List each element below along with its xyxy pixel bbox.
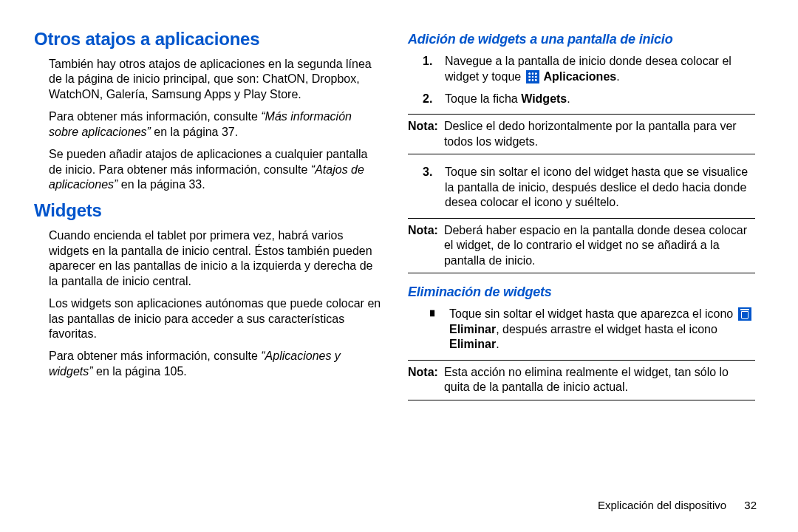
label-widgets: Widgets xyxy=(521,92,567,105)
heading-otros-atajos: Otros atajos a aplicaciones xyxy=(34,28,381,51)
para-widgets-intro: Cuando encienda el tablet por primera ve… xyxy=(49,228,381,289)
para-ref-atajos: Se pueden añadir atajos de aplicaciones … xyxy=(49,147,381,192)
para-otros-intro: También hay otros atajos de aplicaciones… xyxy=(49,57,381,102)
page-footer: Explicación del dispositivo 32 xyxy=(598,499,757,511)
note-1: Nota: Deslice el dedo horizontalmente po… xyxy=(408,114,755,154)
text: . xyxy=(567,92,570,105)
page: Otros atajos a aplicaciones También hay … xyxy=(0,0,798,532)
para-ref-apps-widgets: Para obtener más información, consulte “… xyxy=(49,349,381,379)
note-label: Nota: xyxy=(408,223,438,268)
text: Para obtener más información, consulte xyxy=(49,110,261,123)
label-eliminar: Eliminar xyxy=(449,323,496,335)
text: en la página 37. xyxy=(151,126,238,138)
bullet-body: Toque sin soltar el widget hasta que apa… xyxy=(449,307,755,352)
text: . xyxy=(496,338,499,350)
step-body: Navegue a la pantalla de inicio donde de… xyxy=(445,54,755,84)
heading-eliminacion-widgets: Eliminación de widgets xyxy=(408,284,755,301)
trash-icon xyxy=(738,307,751,321)
step-3: 3. Toque sin soltar el icono del widget … xyxy=(423,165,755,210)
text: . xyxy=(616,70,619,83)
step-2: 2. Toque la ficha Widgets. xyxy=(423,92,755,106)
bullet-mark: ∎ xyxy=(429,307,440,318)
step-body: Toque la ficha Widgets. xyxy=(445,92,755,106)
text: en la página 33. xyxy=(117,178,205,191)
heading-widgets: Widgets xyxy=(34,200,381,222)
text: Para obtener más información, consulte xyxy=(49,349,261,362)
note-body: Deberá haber espacio en la pantalla dond… xyxy=(444,223,755,268)
left-column: Otros atajos a aplicaciones También hay … xyxy=(21,28,395,519)
para-widgets-desc: Los widgets son aplicaciones autónomas q… xyxy=(49,296,381,341)
note-body: Esta acción no elimina realmente el widg… xyxy=(444,365,755,395)
text: en la página 105. xyxy=(93,365,187,378)
text: Toque sin soltar el widget hasta que apa… xyxy=(449,307,737,320)
label-eliminar-2: Eliminar xyxy=(449,338,496,350)
step-number: 3. xyxy=(423,165,436,180)
note-label: Nota: xyxy=(408,119,438,149)
heading-adicion-widgets: Adición de widgets a una pantalla de ini… xyxy=(408,31,755,48)
step-1: 1. Navegue a la pantalla de inicio donde… xyxy=(423,54,755,84)
step-number: 2. xyxy=(423,92,436,106)
text: , después arrastre el widget hasta el ic… xyxy=(496,323,717,335)
note-2: Nota: Deberá haber espacio en la pantall… xyxy=(408,218,755,273)
text: Toque la ficha xyxy=(445,92,521,105)
bullet-eliminar: ∎ Toque sin soltar el widget hasta que a… xyxy=(429,307,755,352)
footer-page-number: 32 xyxy=(744,499,757,511)
note-3: Nota: Esta acción no elimina realmente e… xyxy=(408,360,755,400)
para-ref-mas-info: Para obtener más información, consulte “… xyxy=(49,109,381,140)
note-body: Deslice el dedo horizontalmente por la p… xyxy=(444,119,755,149)
label-aplicaciones: Aplicaciones xyxy=(541,70,617,83)
step-number: 1. xyxy=(423,54,436,69)
step-body: Toque sin soltar el icono del widget has… xyxy=(445,165,755,210)
right-column: Adición de widgets a una pantalla de ini… xyxy=(395,28,768,519)
footer-section: Explicación del dispositivo xyxy=(598,499,726,511)
note-label: Nota: xyxy=(408,365,438,395)
apps-icon xyxy=(526,70,539,83)
